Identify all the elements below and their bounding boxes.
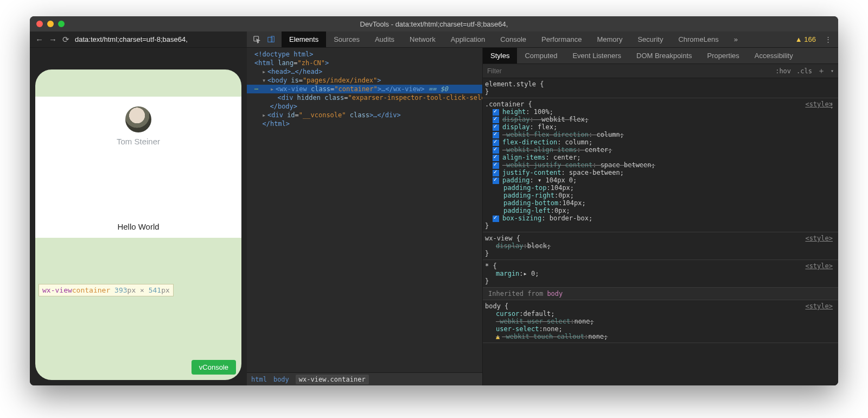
styles-body[interactable]: element.style { } ⋮ <style> .container {… xyxy=(483,78,838,385)
new-style-rule-icon[interactable]: ＋ xyxy=(818,66,825,76)
tab-computed[interactable]: Computed xyxy=(517,48,565,64)
dom-breadcrumbs: html body wx-view.container xyxy=(247,372,482,385)
property-toggle[interactable] xyxy=(493,155,499,161)
css-property-expanded[interactable]: padding-right: 0px; xyxy=(485,192,833,199)
tab-memory[interactable]: Memory xyxy=(589,31,630,47)
device-toggle-icon[interactable] xyxy=(267,36,275,43)
devtools-window: DevTools - data:text/html;charset=utf-8;… xyxy=(30,16,838,385)
property-toggle[interactable] xyxy=(493,132,499,138)
dom-line[interactable]: <!doctype html> xyxy=(254,50,313,58)
filter-input[interactable] xyxy=(487,67,775,75)
tab-styles[interactable]: Styles xyxy=(483,48,517,64)
css-property[interactable]: ▲-webkit-touch-callout: none; xyxy=(485,333,833,340)
css-property-expanded[interactable]: padding-top: 104px; xyxy=(485,184,833,192)
property-toggle[interactable] xyxy=(493,178,499,184)
property-toggle[interactable] xyxy=(493,109,499,116)
css-property[interactable]: display: flex; xyxy=(485,123,833,131)
css-property[interactable]: padding: ▾ 104px 0; xyxy=(485,176,833,184)
hov-toggle[interactable]: :hov xyxy=(775,67,791,75)
warnings-badge[interactable]: ▲ 166 xyxy=(795,35,816,43)
reload-icon[interactable]: ⟳ xyxy=(62,35,69,45)
more-icon[interactable]: ⋮ xyxy=(828,102,835,109)
url[interactable]: data:text/html;charset=utf-8;base64, xyxy=(75,35,188,43)
css-property[interactable]: -webkit-align-items: center; xyxy=(485,146,833,154)
window-title: DevTools - data:text/html;charset=utf-8;… xyxy=(30,20,838,28)
main-tabs: Elements Sources Audits Network Applicat… xyxy=(282,31,745,47)
rule-body[interactable]: <style> body { cursor: default;-webkit-u… xyxy=(483,300,838,343)
styles-tabs: Styles Computed Event Listeners DOM Brea… xyxy=(483,48,838,64)
css-property[interactable]: justify-content: space-between; xyxy=(485,169,833,176)
property-toggle[interactable] xyxy=(493,162,499,169)
css-property-expanded[interactable]: padding-bottom: 104px; xyxy=(485,199,833,207)
tab-elements[interactable]: Elements xyxy=(282,31,326,47)
property-toggle[interactable] xyxy=(493,124,499,131)
source-link[interactable]: <style> xyxy=(805,302,833,310)
css-property[interactable]: align-items: center; xyxy=(485,154,833,161)
more-tabs-icon[interactable]: » xyxy=(726,31,745,47)
css-property[interactable]: -webkit-flex-direction: column; xyxy=(485,131,833,138)
property-toggle[interactable] xyxy=(493,216,499,222)
tab-properties[interactable]: Properties xyxy=(700,48,747,64)
inspect-tooltip: wx-viewcontainer 393px × 541px xyxy=(39,284,174,296)
css-property[interactable]: -webkit-justify-content: space-between; xyxy=(485,161,833,169)
cls-toggle[interactable]: .cls xyxy=(796,67,812,75)
property-toggle[interactable] xyxy=(493,117,499,123)
vconsole-button[interactable]: vConsole xyxy=(192,360,236,375)
titlebar: DevTools - data:text/html;charset=utf-8;… xyxy=(30,16,838,31)
breadcrumb[interactable]: wx-view.container xyxy=(296,375,369,384)
rule-element-style[interactable]: element.style { } xyxy=(483,78,838,98)
dom-tree[interactable]: <!doctype html> <html lang="zh-CN"> ▸<he… xyxy=(247,48,482,372)
inspect-element-icon[interactable] xyxy=(253,36,261,43)
tab-network[interactable]: Network xyxy=(402,31,443,47)
elements-dom-panel: <!doctype html> <html lang="zh-CN"> ▸<he… xyxy=(247,48,483,385)
dom-selected-row[interactable]: ⋯ ▸<wx-view class="container">…</wx-view… xyxy=(247,85,482,93)
forward-icon[interactable]: → xyxy=(49,35,57,44)
rule-container[interactable]: ⋮ <style> .container { height: 100%;disp… xyxy=(483,98,838,232)
tab-sources[interactable]: Sources xyxy=(326,31,367,47)
css-property[interactable]: height: 100%; xyxy=(485,108,833,116)
inherited-from: Inherited from body xyxy=(483,288,838,300)
rule-wxview[interactable]: <style> wx-view { display: block; } xyxy=(483,232,838,260)
tab-security[interactable]: Security xyxy=(630,31,671,47)
settings-icon[interactable]: ⋮ xyxy=(825,35,832,43)
main-toolbar: Elements Sources Audits Network Applicat… xyxy=(247,31,838,48)
breadcrumb[interactable]: body xyxy=(273,376,289,383)
tab-audits[interactable]: Audits xyxy=(367,31,402,47)
tab-chromelens[interactable]: ChromeLens xyxy=(671,31,726,47)
styles-panel: Styles Computed Event Listeners DOM Brea… xyxy=(483,48,838,385)
css-property[interactable]: display: -webkit-flex; xyxy=(485,116,833,123)
css-property[interactable]: user-select: none; xyxy=(485,325,833,333)
tab-event-listeners[interactable]: Event Listeners xyxy=(565,48,629,64)
property-toggle[interactable] xyxy=(493,170,499,176)
device-preview: Tom Steiner Hello World wx-viewcontainer… xyxy=(35,69,241,380)
address-bar: ← → ⟳ data:text/html;charset=utf-8;base6… xyxy=(30,31,247,48)
tab-application[interactable]: Application xyxy=(443,31,493,47)
property-toggle[interactable] xyxy=(493,147,499,154)
source-link[interactable]: <style> xyxy=(805,262,833,270)
tab-accessibility[interactable]: Accessibility xyxy=(747,48,801,64)
breadcrumb[interactable]: html xyxy=(251,376,267,383)
main-pane: Elements Sources Audits Network Applicat… xyxy=(247,31,838,385)
viewer-pane: ← → ⟳ data:text/html;charset=utf-8;base6… xyxy=(30,31,247,385)
rule-star[interactable]: <style> * { margin: ▸ 0; } xyxy=(483,260,838,288)
css-property[interactable]: -webkit-user-select: none; xyxy=(485,318,833,325)
preview-card: Tom Steiner Hello World xyxy=(35,97,241,238)
username: Tom Steiner xyxy=(35,137,241,146)
css-property[interactable]: cursor: default; xyxy=(485,310,833,318)
source-link[interactable]: <style> xyxy=(805,235,833,242)
tab-performance[interactable]: Performance xyxy=(534,31,589,47)
hello-text: Hello World xyxy=(35,222,241,231)
css-property-expanded[interactable]: padding-left: 0px; xyxy=(485,207,833,214)
chevron-down-icon[interactable]: ▾ xyxy=(831,68,834,74)
styles-filter: :hov .cls ＋ ▾ xyxy=(483,64,838,78)
tab-dom-breakpoints[interactable]: DOM Breakpoints xyxy=(629,48,700,64)
property-toggle[interactable] xyxy=(493,140,499,146)
avatar xyxy=(125,106,151,132)
svg-rect-1 xyxy=(268,37,272,42)
back-icon[interactable]: ← xyxy=(35,35,43,44)
css-property[interactable]: flex-direction: column; xyxy=(485,138,833,146)
tab-console[interactable]: Console xyxy=(493,31,534,47)
